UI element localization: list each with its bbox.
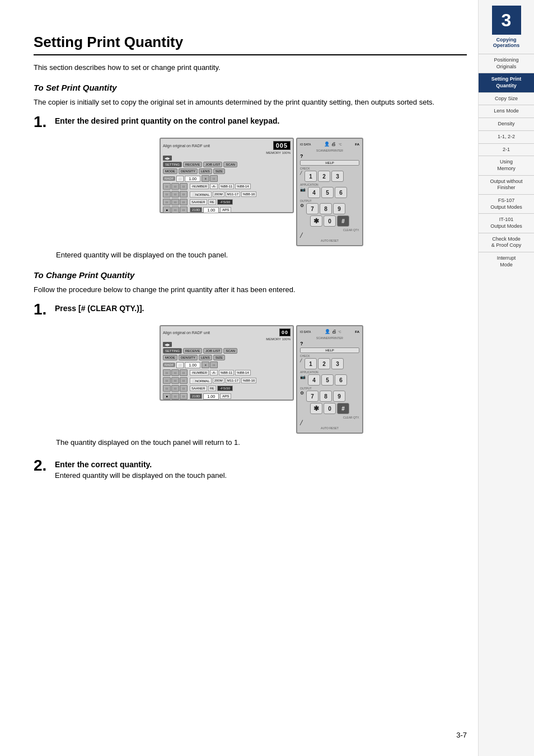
kp2-app-label: APPLICATION (300, 370, 359, 374)
panel2-size-icons: ≡ □ (202, 361, 218, 368)
panel-btn-setting[interactable]: SETTING (163, 162, 182, 167)
sidebar-item-setting-print-qty[interactable]: Setting PrintQuantity (479, 73, 534, 92)
key-8[interactable]: 8 (320, 203, 332, 214)
panel-sb7: □ (163, 199, 171, 205)
sidebar-item-check-mode[interactable]: Check Mode& Proof Copy (479, 233, 534, 252)
panel2-bottom: ■ □ □ 210D 1.00 APS (163, 393, 291, 400)
chapter-label: CopyingOperations (493, 37, 520, 48)
panel-re: RE (208, 199, 216, 205)
panel-btn-joblist[interactable]: JOB LIST (203, 162, 222, 167)
sidebar-item-it101[interactable]: IT-101Output Modes (479, 213, 534, 232)
sidebar-item-density[interactable]: Density (479, 118, 534, 130)
key-0[interactable]: 0 (324, 215, 336, 227)
panel-sb6: □ (180, 191, 188, 198)
kp2-row3: ⚙ 7 8 9 (300, 391, 359, 402)
touch-panel-2: Align original on RADF unit 00 MEMORY 10… (160, 325, 294, 401)
kp2-key-2[interactable]: 2 (318, 358, 330, 369)
kp2-key-5[interactable]: 5 (321, 374, 334, 386)
key-6[interactable]: 6 (335, 187, 347, 198)
panel-sb11: □ (171, 206, 179, 213)
kp2-help-button[interactable]: HELP (300, 348, 359, 353)
kp2-io-label: IO DATA (300, 330, 311, 334)
panel-btn-scan[interactable]: SCAN (223, 162, 237, 167)
p2-sb1: □ (163, 369, 171, 376)
kp2-key-6[interactable]: 6 (335, 374, 347, 386)
panel2-btn-lens[interactable]: LENS (199, 355, 212, 360)
panel-btn-mode[interactable]: MODE (163, 168, 177, 174)
panel-small-btns2: □ □ □ (163, 191, 188, 198)
panel-zoom: 1.00 (185, 176, 200, 182)
keypad-1: IO DATA 👤 🖨 °C FA SCANNER/PRINTER ? (296, 138, 363, 246)
sidebar-item-copy-size[interactable]: Copy Size (479, 92, 534, 105)
step2-1-container: 1. Press [# (CLEAR QTY.)]. (34, 302, 467, 317)
panel2-btn-setting[interactable]: SETTING (163, 348, 182, 354)
panel-small-btns3: □ □ □ (163, 199, 188, 205)
panel-btn-size[interactable]: SIZE (213, 168, 225, 174)
panel-a-text: -A- (210, 184, 218, 189)
panel-quantity-display: 005 (273, 141, 291, 150)
panel-illustration-2: Align original on RADF unit 00 MEMORY 10… (56, 325, 467, 434)
kp2-slash: ╱ (300, 358, 302, 369)
key-5[interactable]: 5 (321, 187, 334, 198)
p2-sb6: □ (180, 377, 188, 384)
kp2-slash-bottom: ╱ (300, 420, 303, 425)
p2-r1: %B8-11 (219, 370, 234, 375)
key-1[interactable]: 1 (305, 171, 317, 182)
sidebar-item-using-memory[interactable]: UsingMemory (479, 156, 534, 175)
kp2-temp: °C (338, 330, 341, 334)
panel2-sq2: □ (210, 361, 218, 368)
p2-sb11: □ (171, 393, 179, 400)
kp2-key-8[interactable]: 8 (320, 391, 332, 402)
p2-sb10: ■ (163, 393, 171, 400)
panel-btn-lens[interactable]: LENS (199, 168, 212, 174)
sidebar-item-interrupt[interactable]: InterruptMode (479, 252, 534, 271)
panel2-btn-mode[interactable]: MODE (163, 355, 177, 360)
kp-row1: ╱ 1 2 3 (300, 171, 359, 182)
p2-saaner: SAANER (190, 386, 207, 391)
key-4[interactable]: 4 (308, 187, 320, 198)
panel2-btn-receive[interactable]: RECEIVE (183, 348, 202, 354)
kp2-key-3[interactable]: 3 (331, 358, 344, 369)
key-star[interactable]: ✱ (310, 215, 322, 227)
p2-sb3: □ (180, 369, 188, 376)
kp2-auto-reset: AUTO RESET (300, 426, 359, 430)
panel2-btn-scan[interactable]: SCAN (223, 348, 237, 354)
sidebar-item-2-1[interactable]: 2-1 (479, 143, 534, 156)
panel2-quantity: 00 (279, 328, 291, 336)
panel2-btn-joblist[interactable]: JOB LIST (203, 348, 222, 354)
help-button[interactable]: HELP (300, 160, 359, 166)
sidebar-item-fs107[interactable]: FS-107Output Modes (479, 194, 534, 213)
panel2-btn-density[interactable]: DENSITY (179, 355, 198, 360)
panel2-btn-size[interactable]: SIZE (213, 355, 225, 360)
sidebar-item-lens-mode[interactable]: Lens Mode (479, 105, 534, 118)
kp2-key-7[interactable]: 7 (306, 391, 318, 402)
step1-number: 1. (34, 114, 47, 130)
panel-ratio1: %B8-11 (219, 184, 234, 189)
panel-btn-density[interactable]: DENSITY (179, 168, 198, 174)
key-hash[interactable]: # (337, 215, 349, 227)
kp2-0[interactable]: 0 (324, 403, 336, 414)
key-7[interactable]: 7 (306, 203, 318, 214)
p2-number: -NUMBER (190, 370, 209, 375)
panel-ratio2: %B8-14 (235, 184, 250, 189)
kp2-key-4[interactable]: 4 (308, 374, 320, 386)
kp2-hash[interactable]: # (337, 403, 349, 414)
p2-a: -A- (210, 370, 218, 375)
key-2[interactable]: 2 (318, 171, 330, 182)
section2-desc: Follow the procedure below to change the… (34, 285, 467, 294)
sidebar-item-positioning[interactable]: PositioningOriginals (479, 54, 534, 73)
panel-mode-row: MODE DENSITY LENS SIZE (163, 168, 291, 174)
key-3[interactable]: 3 (331, 171, 344, 182)
key-9[interactable]: 9 (333, 203, 345, 214)
panel-2100: 210D (190, 207, 202, 213)
kp2-output-label: OUTPUT (300, 387, 359, 390)
panel-btn-receive[interactable]: RECEIVE (183, 162, 202, 167)
sidebar-item-output-without-finisher[interactable]: Output withoutFinisher (479, 175, 534, 194)
step2-1-number: 1. (34, 302, 47, 317)
kp2-row1: ╱ 1 2 3 (300, 358, 359, 369)
sidebar-item-1-1-2-2[interactable]: 1-1, 2-2 (479, 130, 534, 143)
kp2-key-1[interactable]: 1 (305, 358, 317, 369)
kp2-star[interactable]: ✱ (310, 403, 322, 414)
page-title: Setting Print Quantity (34, 34, 467, 55)
kp2-key-9[interactable]: 9 (333, 391, 345, 402)
